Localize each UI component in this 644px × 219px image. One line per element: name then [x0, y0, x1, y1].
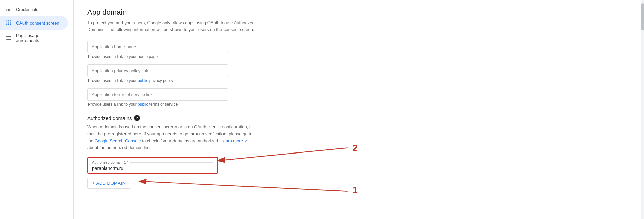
- learn-more-link[interactable]: Learn more ↗: [220, 138, 248, 143]
- homepage-input[interactable]: [87, 41, 228, 53]
- terms-field-group: Provide users a link to your public term…: [87, 88, 628, 107]
- main-content: App domain To protect you and your users…: [74, 0, 641, 219]
- homepage-hint: Provide users a link to your home page: [88, 54, 628, 59]
- svg-point-0: [7, 9, 9, 11]
- grid-icon: [5, 19, 12, 26]
- page-subtitle: To protect you and your users, Google on…: [87, 19, 262, 33]
- privacy-input-wrapper: [87, 64, 228, 77]
- domain-input-container: Authorized domain 1 *: [87, 157, 218, 174]
- terms-input-wrapper: [87, 88, 228, 101]
- domain-label-row: Authorized domain 1 *: [92, 160, 213, 164]
- svg-rect-6: [10, 23, 11, 24]
- help-icon[interactable]: ?: [134, 115, 140, 121]
- authorized-domains-title: Authorized domains ?: [87, 115, 628, 121]
- sidebar-item-oauth-label: OAuth consent screen: [16, 20, 59, 26]
- svg-rect-3: [10, 20, 11, 21]
- sidebar-item-page-usage-label: Page usage agreements: [16, 33, 63, 43]
- page-title: App domain: [87, 8, 628, 17]
- sidebar-item-credentials-label: Credentials: [16, 7, 38, 12]
- domain-input[interactable]: [92, 166, 213, 171]
- add-domain-button[interactable]: + ADD DOMAIN: [87, 178, 131, 189]
- privacy-input[interactable]: [87, 64, 228, 77]
- domain-label-line: [130, 162, 213, 163]
- terms-hint: Provide users a link to your public term…: [88, 102, 628, 107]
- svg-rect-5: [8, 23, 9, 24]
- sidebar: Credentials OAuth consent screen: [0, 0, 74, 219]
- scrollbar-thumb[interactable]: [641, 3, 644, 30]
- google-search-console-link[interactable]: Google Search Console: [95, 138, 141, 143]
- authorized-domains-section: Authorized domains ? When a domain is us…: [87, 115, 628, 189]
- add-domain-label: + ADD DOMAIN: [92, 181, 126, 186]
- sidebar-item-credentials[interactable]: Credentials: [0, 3, 68, 16]
- privacy-field-group: Provide users a link to your public priv…: [87, 64, 628, 83]
- domain-label: Authorized domain 1 *: [92, 160, 128, 164]
- homepage-input-wrapper: [87, 41, 228, 53]
- svg-rect-4: [6, 23, 7, 24]
- terms-input[interactable]: [87, 88, 228, 101]
- homepage-field-group: Provide users a link to your home page: [87, 41, 628, 59]
- svg-rect-1: [6, 20, 7, 21]
- list-icon: [5, 35, 12, 41]
- svg-rect-7: [6, 24, 7, 25]
- privacy-hint: Provide users a link to your public priv…: [88, 78, 628, 83]
- sidebar-item-page-usage[interactable]: Page usage agreements: [0, 30, 68, 46]
- auth-domain-description: When a domain is used on the consent scr…: [87, 124, 255, 151]
- scrollbar-track[interactable]: [641, 0, 644, 219]
- svg-rect-9: [10, 24, 11, 25]
- sidebar-item-oauth[interactable]: OAuth consent screen: [0, 16, 68, 30]
- svg-rect-8: [8, 24, 9, 25]
- svg-rect-2: [8, 20, 9, 21]
- key-icon: [5, 6, 12, 13]
